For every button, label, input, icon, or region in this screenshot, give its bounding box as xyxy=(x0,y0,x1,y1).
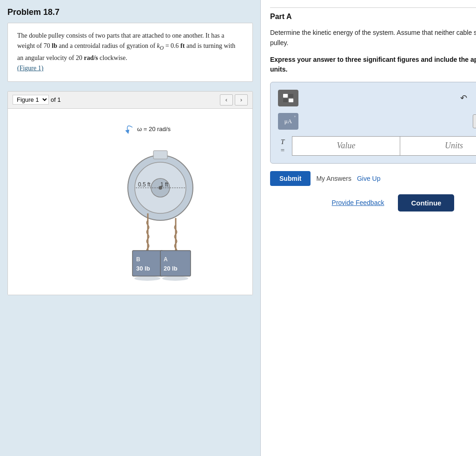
svg-text:A: A xyxy=(164,256,168,263)
submit-btn[interactable]: Submit xyxy=(270,171,311,186)
keyboard-btn[interactable] xyxy=(473,114,476,128)
svg-text:ω = 20 rad/s: ω = 20 rad/s xyxy=(137,126,171,132)
figure-section: Figure 1 of 1 ‹ › ω = 20 rad/s xyxy=(7,91,253,295)
continue-btn[interactable]: Continue xyxy=(398,194,454,211)
svg-text:B: B xyxy=(136,256,140,263)
figure-prev-btn[interactable]: ‹ xyxy=(220,94,233,106)
bottom-row: Provide Feedback Continue xyxy=(270,194,476,211)
svg-rect-12 xyxy=(132,251,163,276)
svg-text:0.5 ft: 0.5 ft xyxy=(138,181,151,188)
undo-btn[interactable]: ↶ xyxy=(456,91,471,106)
units-input[interactable] xyxy=(400,136,476,156)
figure-of-label: of 1 xyxy=(51,96,61,103)
figure-content: ω = 20 rad/s 0.5 ft 1 ft xyxy=(8,109,252,295)
svg-text:30 lb: 30 lb xyxy=(136,265,150,272)
svg-point-18 xyxy=(134,276,160,281)
value-input[interactable] xyxy=(292,136,400,156)
mu-a-btn[interactable]: μA ° xyxy=(278,113,298,130)
svg-rect-9 xyxy=(153,151,167,159)
figure-svg: ω = 20 rad/s 0.5 ft 1 ft xyxy=(60,113,200,290)
answer-box: ↶ ↷ ↻ μA ° xyxy=(270,82,476,164)
answer-toolbar-row2: μA ° ? xyxy=(278,113,476,130)
svg-text:20 lb: 20 lb xyxy=(164,265,178,272)
part-instruction: Express your answer to three significant… xyxy=(270,55,476,74)
grid-toolbar-btn[interactable] xyxy=(278,90,298,106)
give-up-link[interactable]: Give Up xyxy=(357,175,381,182)
answer-toolbar-row1: ↶ ↷ ↻ xyxy=(278,90,476,106)
svg-point-19 xyxy=(162,276,188,281)
provide-feedback-link[interactable]: Provide Feedback xyxy=(332,199,384,206)
problem-statement: The double pulley consists of two parts … xyxy=(7,23,253,82)
svg-text:1 ft: 1 ft xyxy=(160,181,168,188)
figure-link[interactable]: (Figure 1) xyxy=(17,65,43,72)
part-description: Determine the kinetic energy of the syst… xyxy=(270,27,476,48)
figure-select[interactable]: Figure 1 xyxy=(13,95,49,105)
submit-row: Submit My Answers Give Up xyxy=(270,171,476,186)
answer-input-row: T = xyxy=(278,136,476,156)
figure-header: Figure 1 of 1 ‹ › xyxy=(8,92,252,109)
svg-rect-15 xyxy=(160,251,191,276)
my-answers-label: My Answers xyxy=(316,175,351,182)
figure-next-btn[interactable]: › xyxy=(235,94,248,106)
problem-title: Problem 18.7 xyxy=(7,7,253,17)
answer-label: T = xyxy=(278,138,287,154)
part-title: Part A xyxy=(270,7,476,21)
